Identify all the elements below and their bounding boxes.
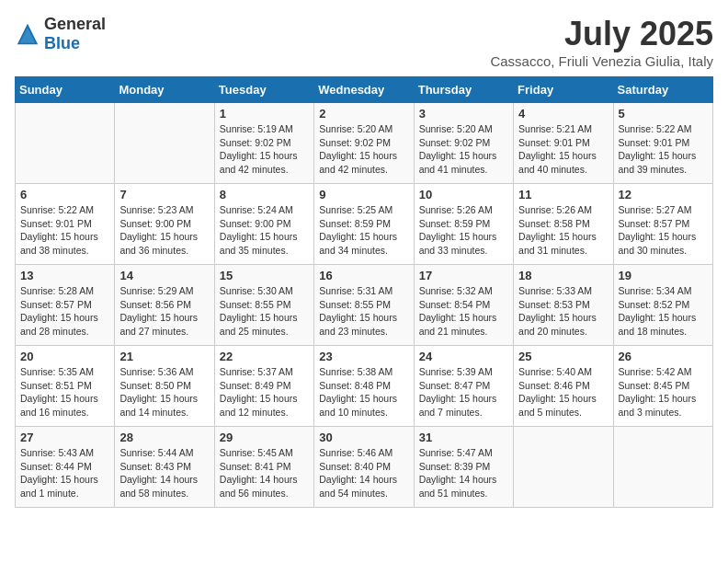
day-cell: 5Sunrise: 5:22 AMSunset: 9:01 PMDaylight… [613, 103, 712, 184]
day-number: 8 [220, 188, 309, 201]
day-info: Sunrise: 5:19 AMSunset: 9:02 PMDaylight:… [220, 122, 309, 177]
weekday-header-wednesday: Wednesday [314, 77, 414, 103]
day-info: Sunrise: 5:22 AMSunset: 9:01 PMDaylight:… [619, 122, 708, 177]
day-cell: 26Sunrise: 5:42 AMSunset: 8:45 PMDayligh… [613, 346, 712, 427]
weekday-header-thursday: Thursday [414, 77, 513, 103]
day-info: Sunrise: 5:39 AMSunset: 8:47 PMDaylight:… [419, 365, 508, 419]
logo-blue: Blue [44, 34, 80, 52]
day-cell: 24Sunrise: 5:39 AMSunset: 8:47 PMDayligh… [414, 346, 513, 427]
day-info: Sunrise: 5:24 AMSunset: 9:00 PMDaylight:… [220, 203, 309, 258]
day-cell: 9Sunrise: 5:25 AMSunset: 8:59 PMDaylight… [314, 184, 414, 265]
day-info: Sunrise: 5:29 AMSunset: 8:56 PMDaylight:… [119, 284, 209, 339]
day-cell: 7Sunrise: 5:23 AMSunset: 9:00 PMDaylight… [115, 184, 214, 265]
day-cell [613, 427, 712, 508]
day-info: Sunrise: 5:32 AMSunset: 8:54 PMDaylight:… [419, 284, 508, 339]
day-info: Sunrise: 5:23 AMSunset: 9:00 PMDaylight:… [119, 203, 209, 258]
day-number: 30 [319, 431, 408, 444]
day-info: Sunrise: 5:27 AMSunset: 8:57 PMDaylight:… [619, 203, 708, 258]
day-number: 31 [419, 431, 508, 444]
day-cell: 27Sunrise: 5:43 AMSunset: 8:44 PMDayligh… [16, 427, 115, 508]
day-info: Sunrise: 5:42 AMSunset: 8:45 PMDaylight:… [619, 365, 708, 419]
day-number: 10 [419, 188, 508, 201]
day-info: Sunrise: 5:43 AMSunset: 8:44 PMDaylight:… [20, 446, 109, 500]
day-number: 15 [220, 269, 309, 282]
day-info: Sunrise: 5:37 AMSunset: 8:49 PMDaylight:… [220, 365, 309, 419]
day-number: 6 [20, 188, 109, 201]
day-number: 16 [319, 269, 408, 282]
day-info: Sunrise: 5:47 AMSunset: 8:39 PMDaylight:… [419, 446, 508, 500]
day-number: 28 [119, 431, 209, 444]
day-number: 4 [518, 107, 608, 121]
header: General Blue July 2025 Cassacco, Friuli … [15, 15, 713, 69]
day-cell: 28Sunrise: 5:44 AMSunset: 8:43 PMDayligh… [115, 427, 214, 508]
day-cell: 1Sunrise: 5:19 AMSunset: 9:02 PMDaylight… [214, 103, 313, 184]
day-info: Sunrise: 5:21 AMSunset: 9:01 PMDaylight:… [518, 122, 608, 177]
day-number: 18 [518, 269, 608, 282]
day-cell: 18Sunrise: 5:33 AMSunset: 8:53 PMDayligh… [514, 265, 613, 346]
day-number: 1 [220, 107, 309, 121]
title-area: July 2025 Cassacco, Friuli Venezia Giuli… [490, 15, 713, 69]
day-info: Sunrise: 5:26 AMSunset: 8:58 PMDaylight:… [518, 203, 608, 258]
calendar-title: July 2025 [490, 15, 713, 53]
day-cell: 14Sunrise: 5:29 AMSunset: 8:56 PMDayligh… [115, 265, 214, 346]
day-number: 7 [119, 188, 209, 201]
day-number: 3 [419, 107, 508, 121]
day-cell: 16Sunrise: 5:31 AMSunset: 8:55 PMDayligh… [314, 265, 414, 346]
day-cell: 8Sunrise: 5:24 AMSunset: 9:00 PMDaylight… [214, 184, 313, 265]
day-info: Sunrise: 5:31 AMSunset: 8:55 PMDaylight:… [319, 284, 408, 339]
day-number: 14 [119, 269, 209, 282]
day-info: Sunrise: 5:38 AMSunset: 8:48 PMDaylight:… [319, 365, 408, 419]
day-number: 24 [419, 350, 508, 363]
day-info: Sunrise: 5:25 AMSunset: 8:59 PMDaylight:… [319, 203, 408, 258]
day-info: Sunrise: 5:44 AMSunset: 8:43 PMDaylight:… [119, 446, 209, 500]
day-info: Sunrise: 5:36 AMSunset: 8:50 PMDaylight:… [119, 365, 209, 419]
week-row-1: 1Sunrise: 5:19 AMSunset: 9:02 PMDaylight… [16, 103, 713, 184]
day-number: 29 [220, 431, 309, 444]
weekday-header-monday: Monday [115, 77, 214, 103]
logo-icon [15, 21, 40, 47]
day-cell: 31Sunrise: 5:47 AMSunset: 8:39 PMDayligh… [414, 427, 513, 508]
day-cell: 22Sunrise: 5:37 AMSunset: 8:49 PMDayligh… [214, 346, 313, 427]
day-cell: 13Sunrise: 5:28 AMSunset: 8:57 PMDayligh… [16, 265, 115, 346]
day-number: 26 [619, 350, 708, 363]
logo-general: General [44, 15, 106, 33]
day-number: 11 [518, 188, 608, 201]
day-number: 20 [20, 350, 109, 363]
day-info: Sunrise: 5:45 AMSunset: 8:41 PMDaylight:… [220, 446, 309, 500]
calendar-table: SundayMondayTuesdayWednesdayThursdayFrid… [15, 76, 713, 508]
day-info: Sunrise: 5:40 AMSunset: 8:46 PMDaylight:… [518, 365, 608, 419]
day-cell: 11Sunrise: 5:26 AMSunset: 8:58 PMDayligh… [514, 184, 613, 265]
day-cell: 10Sunrise: 5:26 AMSunset: 8:59 PMDayligh… [414, 184, 513, 265]
day-cell: 30Sunrise: 5:46 AMSunset: 8:40 PMDayligh… [314, 427, 414, 508]
day-number: 12 [619, 188, 708, 201]
weekday-header-friday: Friday [514, 77, 613, 103]
day-cell [514, 427, 613, 508]
day-cell: 6Sunrise: 5:22 AMSunset: 9:01 PMDaylight… [16, 184, 115, 265]
day-info: Sunrise: 5:30 AMSunset: 8:55 PMDaylight:… [220, 284, 309, 339]
day-info: Sunrise: 5:34 AMSunset: 8:52 PMDaylight:… [619, 284, 708, 339]
day-cell: 23Sunrise: 5:38 AMSunset: 8:48 PMDayligh… [314, 346, 414, 427]
weekday-header-tuesday: Tuesday [214, 77, 313, 103]
day-info: Sunrise: 5:33 AMSunset: 8:53 PMDaylight:… [518, 284, 608, 339]
logo: General Blue [15, 15, 106, 53]
calendar-subtitle: Cassacco, Friuli Venezia Giulia, Italy [490, 53, 713, 69]
day-cell: 3Sunrise: 5:20 AMSunset: 9:02 PMDaylight… [414, 103, 513, 184]
weekday-header-row: SundayMondayTuesdayWednesdayThursdayFrid… [16, 77, 713, 103]
day-cell: 25Sunrise: 5:40 AMSunset: 8:46 PMDayligh… [514, 346, 613, 427]
day-cell: 20Sunrise: 5:35 AMSunset: 8:51 PMDayligh… [16, 346, 115, 427]
week-row-4: 20Sunrise: 5:35 AMSunset: 8:51 PMDayligh… [16, 346, 713, 427]
day-info: Sunrise: 5:26 AMSunset: 8:59 PMDaylight:… [419, 203, 508, 258]
day-number: 21 [119, 350, 209, 363]
logo-text: General Blue [44, 15, 106, 53]
day-cell [115, 103, 214, 184]
weekday-header-sunday: Sunday [16, 77, 115, 103]
day-info: Sunrise: 5:46 AMSunset: 8:40 PMDaylight:… [319, 446, 408, 500]
day-cell [16, 103, 115, 184]
day-cell: 29Sunrise: 5:45 AMSunset: 8:41 PMDayligh… [214, 427, 313, 508]
day-number: 22 [220, 350, 309, 363]
week-row-2: 6Sunrise: 5:22 AMSunset: 9:01 PMDaylight… [16, 184, 713, 265]
week-row-5: 27Sunrise: 5:43 AMSunset: 8:44 PMDayligh… [16, 427, 713, 508]
day-info: Sunrise: 5:35 AMSunset: 8:51 PMDaylight:… [20, 365, 109, 419]
day-number: 25 [518, 350, 608, 363]
weekday-header-saturday: Saturday [613, 77, 712, 103]
